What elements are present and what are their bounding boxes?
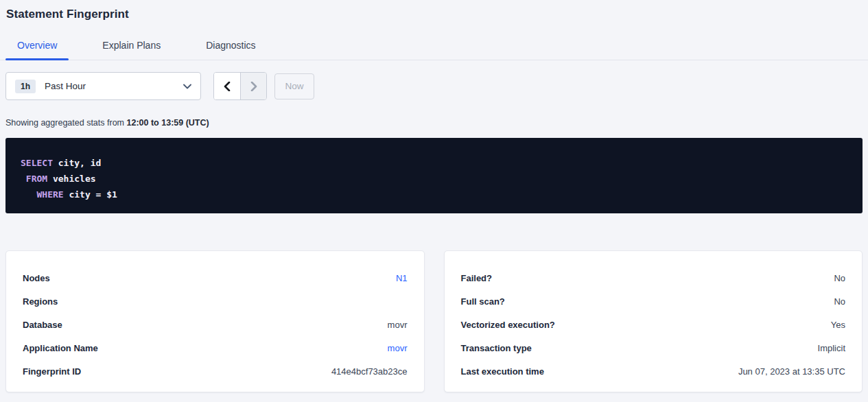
tab-overview-label: Overview	[17, 40, 57, 51]
sql-keyword: WHERE	[36, 189, 63, 200]
info-label: Database	[23, 320, 62, 330]
tab-explain-plans-label: Explain Plans	[102, 40, 161, 51]
tab-bar: Overview Explain Plans Diagnostics	[0, 39, 868, 60]
tab-explain-plans[interactable]: Explain Plans	[91, 39, 172, 60]
info-label: Nodes	[23, 273, 50, 283]
time-range-badge: 1h	[15, 80, 36, 93]
info-label: Last execution time	[461, 366, 544, 377]
page-title: Statement Fingerprint	[5, 0, 863, 21]
info-label: Regions	[23, 296, 58, 307]
chevron-down-icon	[183, 84, 191, 89]
now-button[interactable]: Now	[274, 73, 314, 99]
execution-attributes-card: Failed?NoFull scan?NoVectorized executio…	[444, 250, 863, 392]
info-row: Transaction typeImplicit	[461, 336, 846, 359]
info-row: Application Namemovr	[23, 336, 408, 359]
info-row: Last execution timeJun 07, 2023 at 13:35…	[461, 359, 846, 383]
time-range-dropdown[interactable]: 1h Past Hour	[5, 72, 201, 100]
time-controls: 1h Past Hour Now	[5, 72, 863, 100]
info-value: 414e4bcf73ab23ce	[331, 366, 408, 377]
sql-statement: SELECT city, id FROM vehicles WHERE city…	[5, 138, 863, 213]
info-cards: NodesN1RegionsDatabasemovrApplication Na…	[5, 250, 863, 392]
info-row: Fingerprint ID414e4bcf73ab23ce	[23, 359, 408, 383]
previous-interval-button[interactable]	[214, 73, 240, 99]
tab-diagnostics[interactable]: Diagnostics	[194, 39, 267, 60]
time-range-label: Past Hour	[45, 81, 86, 91]
info-value: movr	[388, 320, 408, 330]
info-row: Regions	[23, 289, 408, 313]
chevron-right-icon	[250, 82, 257, 91]
aggregated-stats-prefix: Showing aggregated stats from	[5, 118, 124, 128]
statement-details-rows: NodesN1RegionsDatabasemovrApplication Na…	[23, 266, 408, 383]
info-value: Jun 07, 2023 at 13:35 UTC	[738, 366, 845, 377]
info-row: Full scan?No	[461, 289, 846, 313]
info-row: Vectorized execution?Yes	[461, 313, 846, 336]
chevron-left-icon	[224, 82, 231, 91]
sql-keyword: SELECT	[21, 158, 53, 168]
info-label: Application Name	[23, 343, 98, 353]
info-label: Fingerprint ID	[23, 366, 81, 377]
aggregated-stats-line: Showing aggregated stats from 12:00 to 1…	[5, 118, 863, 128]
info-value-link[interactable]: N1	[396, 273, 408, 283]
info-label: Transaction type	[461, 343, 532, 353]
info-row: NodesN1	[23, 266, 408, 289]
info-value: No	[834, 273, 845, 283]
info-value-link[interactable]: movr	[388, 343, 408, 353]
time-step-buttons	[213, 72, 267, 100]
info-value: No	[834, 296, 845, 307]
info-label: Full scan?	[461, 296, 505, 307]
sql-keyword: FROM	[26, 174, 47, 184]
info-row: Databasemovr	[23, 313, 408, 336]
tab-overview[interactable]: Overview	[5, 39, 69, 60]
info-value: Implicit	[818, 343, 845, 353]
info-value: Yes	[831, 320, 845, 330]
statement-details-card: NodesN1RegionsDatabasemovrApplication Na…	[5, 250, 425, 392]
info-row: Failed?No	[461, 266, 846, 289]
execution-attributes-rows: Failed?NoFull scan?NoVectorized executio…	[461, 266, 846, 383]
statement-fingerprint-page: Statement Fingerprint Overview Explain P…	[0, 0, 868, 392]
tab-diagnostics-label: Diagnostics	[206, 40, 255, 51]
aggregated-stats-range: 12:00 to 13:59 (UTC)	[127, 118, 209, 128]
info-label: Failed?	[461, 273, 493, 283]
info-label: Vectorized execution?	[461, 320, 555, 330]
next-interval-button[interactable]	[240, 73, 266, 99]
